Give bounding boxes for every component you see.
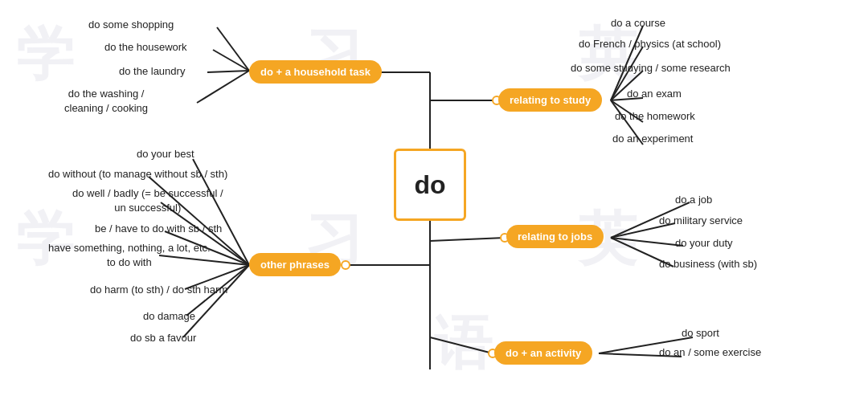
leaf-other-7: do damage [143,309,195,324]
leaf-household-2: do the housework [104,40,187,55]
category-study: relating to study [498,88,602,112]
svg-line-33 [430,337,493,353]
svg-line-27 [430,238,505,241]
center-node: do [394,149,466,221]
svg-line-6 [207,71,249,72]
category-activity: do + an activity [494,341,592,365]
leaf-other-5: have something, nothing, a lot, etc.to d… [48,241,211,270]
center-label: do [414,170,445,200]
leaf-household-3: do the laundry [119,64,185,79]
leaf-jobs-4: do business (with sb) [659,257,757,271]
leaf-other-8: do sb a favour [130,331,196,345]
category-other: other phrases [249,253,341,276]
leaf-household-4: do the washing /cleaning / cooking [64,87,148,116]
svg-line-26 [183,265,249,337]
leaf-jobs-2: do military service [659,214,743,228]
category-jobs: relating to jobs [506,225,604,248]
leaf-jobs-3: do your duty [675,236,733,251]
leaf-study-4: do an exam [627,87,682,101]
leaf-study-5: do the homework [615,109,695,124]
leaf-household-1: do some shopping [88,18,174,32]
leaf-activity-2: do an / some exercise [659,345,761,360]
leaf-jobs-1: do a job [675,193,712,207]
leaf-other-6: do harm (to sth) / do sth harm [90,283,227,297]
leaf-study-3: do some studying / some research [571,61,731,75]
leaf-study-1: do a course [611,16,665,31]
category-household: do + a household task [249,60,382,84]
svg-line-7 [197,71,249,103]
svg-line-31 [611,238,683,246]
leaf-other-3: do well / badly (= be successful /un suc… [72,186,223,215]
svg-point-18 [342,261,350,269]
leaf-other-4: be / have to do with sb / sth [95,222,222,236]
mind-map: 学 习 英 学 习 英 语 [0,0,868,408]
leaf-other-1: do your best [137,147,194,161]
leaf-study-2: do French / physics (at school) [579,37,721,51]
leaf-other-2: do without (to manage without sb / sth) [48,167,227,182]
leaf-activity-1: do sport [682,326,719,341]
leaf-study-6: do an experiment [612,132,693,146]
svg-line-5 [213,50,249,71]
svg-line-4 [217,27,249,71]
